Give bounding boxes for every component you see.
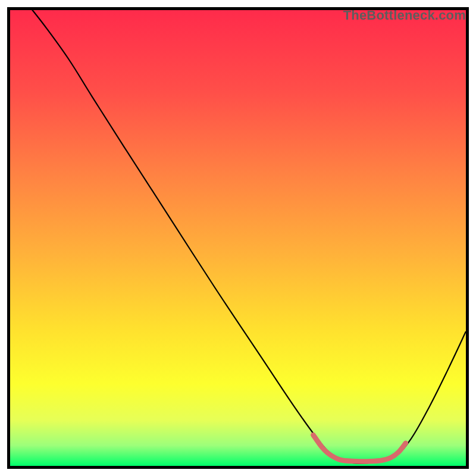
watermark-text: TheBottleneck.com	[343, 8, 466, 23]
chart-container: TheBottleneck.com	[0, 0, 476, 476]
chart-lines	[10, 10, 466, 466]
plot-area: TheBottleneck.com	[7, 7, 469, 469]
bottleneck-curve	[30, 10, 466, 463]
optimal-range-marker	[313, 435, 405, 462]
